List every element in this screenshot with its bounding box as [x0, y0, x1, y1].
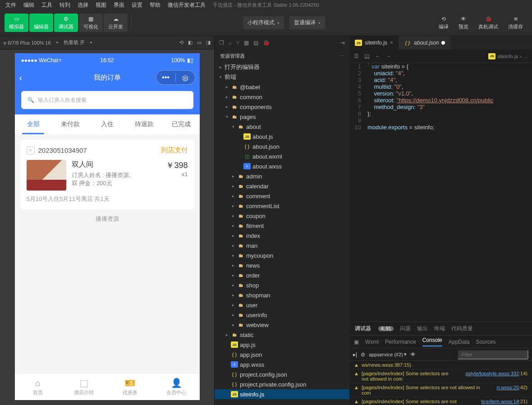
breadcrumb[interactable]: JSsiteinfo.js › ... — [488, 53, 527, 59]
tree-item[interactable]: 🖿coupon — [215, 211, 349, 221]
back-button[interactable]: ‹ — [19, 73, 30, 83]
menu-item[interactable]: 帮助 — [146, 2, 164, 8]
list-icon[interactable]: ☰ — [354, 53, 359, 59]
menu-item[interactable]: 选择 — [74, 2, 92, 8]
bottom-tab[interactable]: 🎫优惠券 — [107, 373, 154, 400]
ext-icon[interactable]: ▦ — [244, 40, 249, 46]
debug-tab[interactable]: 问题 — [400, 325, 411, 332]
menu-item[interactable]: 工具 — [38, 2, 56, 8]
toolbar-button[interactable]: ☁云开发 — [104, 14, 128, 32]
menu-item[interactable]: 文件 — [2, 2, 20, 8]
tree-item[interactable]: 🖿index — [215, 231, 349, 241]
nav-fwd-icon[interactable]: → — [386, 53, 391, 59]
refresh-icon[interactable]: ⟲ — [179, 40, 183, 46]
tree-item[interactable]: JSapp.js — [215, 340, 349, 350]
menu-item[interactable]: 转到 — [56, 2, 74, 8]
nav-back-icon[interactable]: ← — [375, 53, 381, 59]
filter-input[interactable] — [457, 350, 528, 359]
order-tab[interactable]: 未付款 — [52, 114, 89, 134]
toolbar-button[interactable]: 编辑器 — [29, 14, 53, 32]
toolbar-action[interactable]: ⟲编译 — [434, 14, 453, 32]
tree-item[interactable]: { }app.json — [215, 350, 349, 359]
eye-icon[interactable]: 👁 — [410, 351, 416, 358]
menu-icon[interactable]: ••• — [156, 71, 175, 84]
bottom-tab[interactable]: ⬚酒店介绍 — [61, 373, 107, 400]
close-icon[interactable]: ◎ — [176, 71, 195, 84]
mode-dropdown[interactable]: 小程序模式 — [243, 16, 284, 29]
bug-icon[interactable]: 🐞 — [263, 40, 270, 46]
debug-tab[interactable]: 输出 — [417, 325, 428, 332]
tree-item[interactable]: 🖿@babel — [215, 82, 349, 92]
tree-item[interactable]: 🖿static — [215, 330, 349, 340]
tree-item[interactable]: JSabout.js — [215, 132, 349, 141]
dock-icon[interactable]: ▣ — [354, 339, 359, 345]
order-tab[interactable]: 入住 — [89, 114, 126, 134]
tree-item[interactable]: 🖿about — [215, 122, 349, 132]
order-tab[interactable]: 已完成 — [163, 114, 200, 134]
toolbar-button[interactable]: ▦可视化 — [79, 14, 103, 32]
rotate-icon[interactable]: ◧ — [188, 40, 193, 46]
toggle-icon[interactable]: ▸| — [353, 351, 357, 358]
tree-item[interactable]: 🖿userinfo — [215, 310, 349, 320]
menu-item[interactable]: 微信开发者工具 — [164, 2, 209, 8]
tree-item[interactable]: 🖿common — [215, 92, 349, 102]
toolbar-button[interactable]: ⚙调试器 — [54, 14, 78, 32]
compile-dropdown[interactable]: 普通编译 — [289, 16, 325, 29]
hot-reload[interactable]: 热重载 开 — [64, 39, 85, 46]
tree-section-open-editors[interactable]: 打开的编辑器 — [215, 62, 349, 72]
toolbar-action[interactable]: 👁预览 — [454, 14, 473, 32]
order-tab[interactable]: 待退款 — [126, 114, 163, 134]
tree-item[interactable]: JSsiteinfo.js — [215, 389, 349, 399]
toolbar-action[interactable]: 🐞真机调试 — [474, 14, 503, 32]
bottom-tab[interactable]: ⌂首页 — [15, 373, 61, 400]
search-input[interactable]: 🔍 输入订房人姓名搜索 — [21, 91, 193, 109]
tree-item[interactable]: 🖿webview — [215, 320, 349, 330]
menu-item[interactable]: 编辑 — [20, 2, 38, 8]
git-icon[interactable]: ⑂ — [236, 40, 239, 46]
clear-icon[interactable]: ⊘ — [361, 351, 365, 358]
tree-item[interactable]: 🖿news — [215, 260, 349, 270]
bottom-tab[interactable]: 👤会员中心 — [153, 373, 200, 400]
tree-item[interactable]: { }project.private.config.json — [215, 379, 349, 389]
order-card[interactable]: ≡ 2023051034907 到店支付 双人间 订房人姓名 : 播播资源, 双… — [20, 140, 194, 209]
tree-item[interactable]: { }about.json — [215, 141, 349, 151]
tree-section-root[interactable]: 前端 — [215, 72, 349, 82]
tree-item[interactable]: ≡about.wxss — [215, 161, 349, 171]
tree-item[interactable]: 🖿user — [215, 300, 349, 310]
debug-subtab[interactable]: Console — [422, 337, 442, 346]
capsule[interactable]: ••• ◎ — [156, 70, 195, 85]
debug-tab[interactable]: 代码质量 — [451, 325, 473, 332]
debug-subtab[interactable]: AppData — [449, 339, 470, 345]
search-icon[interactable]: ⌕ — [229, 40, 232, 46]
editor-tab[interactable]: { }about.json — [399, 36, 450, 50]
close-icon[interactable]: × — [390, 40, 393, 46]
files-icon[interactable]: ❐ — [219, 40, 224, 46]
phone-icon[interactable]: ▭ — [197, 40, 202, 46]
tree-item[interactable]: 🖿shop — [215, 280, 349, 290]
bookmark-icon[interactable]: 🕮 — [364, 53, 370, 59]
tree-item[interactable]: 🖿pages — [215, 112, 349, 122]
debug-tab[interactable]: 调试器 — [355, 325, 371, 332]
debug-subtab[interactable]: Performance — [385, 339, 416, 345]
sound-icon[interactable]: ◨ — [206, 40, 211, 46]
tree-item[interactable]: ≡app.wxss — [215, 359, 349, 369]
debug-subtab[interactable]: Wxml — [365, 339, 379, 345]
device-select[interactable]: e 6/7/8 Plus 100% 16 — [4, 40, 51, 46]
tree-item[interactable]: 🖿comment — [215, 191, 349, 201]
editor-tab[interactable]: JSsiteinfo.js× — [349, 36, 399, 50]
toolbar-action[interactable]: ≋清缓存 — [504, 14, 527, 32]
tree-item[interactable]: 🖿fitment — [215, 221, 349, 231]
debug-tab[interactable]: 终端 — [434, 325, 445, 332]
menu-item[interactable]: 设置 — [128, 2, 146, 8]
collapse-icon[interactable]: ⇥ — [340, 40, 345, 46]
order-tab[interactable]: 全部 — [15, 114, 52, 134]
debug-subtab[interactable]: Sources — [476, 339, 495, 345]
tree-item[interactable]: { }project.config.json — [215, 369, 349, 379]
toolbar-button[interactable]: ▭模拟器 — [5, 14, 28, 32]
code-editor[interactable]: 1˅var siteinfo = {2 uniacid: "4",3 acid:… — [349, 63, 532, 322]
tree-item[interactable]: 🖿order — [215, 270, 349, 280]
tree-item[interactable]: 🖿shopman — [215, 290, 349, 300]
menu-item[interactable]: 界面 — [110, 2, 128, 8]
tree-item[interactable]: 🖿components — [215, 102, 349, 112]
more-icon[interactable]: ⋯ — [339, 53, 344, 59]
